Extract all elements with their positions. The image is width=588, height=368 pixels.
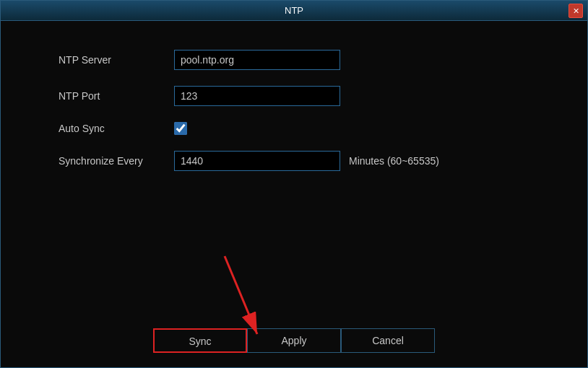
ntp-server-input[interactable] [174, 50, 340, 70]
ntp-dialog: NTP ✕ NTP Server NTP Port Auto Sync Sync… [0, 0, 588, 368]
ntp-server-label: NTP Server [59, 54, 174, 66]
auto-sync-label: Auto Sync [59, 123, 174, 134]
close-icon: ✕ [573, 6, 579, 16]
title-bar: NTP ✕ [1, 1, 587, 21]
sync-every-row: Synchronize Every Minutes (60~65535) [59, 151, 529, 171]
sync-button-wrapper: Sync [153, 328, 247, 353]
auto-sync-checkbox[interactable] [174, 122, 187, 135]
ntp-port-row: NTP Port [59, 86, 529, 106]
minutes-label: Minutes (60~65535) [349, 155, 439, 167]
dialog-content: NTP Server NTP Port Auto Sync Synchroniz… [1, 21, 587, 321]
auto-sync-checkbox-container [174, 122, 187, 135]
apply-button[interactable]: Apply [247, 328, 341, 353]
sync-every-label: Synchronize Every [59, 155, 174, 167]
sync-every-controls: Minutes (60~65535) [174, 151, 439, 171]
ntp-port-label: NTP Port [59, 90, 174, 102]
ntp-port-input[interactable] [174, 86, 340, 106]
cancel-button[interactable]: Cancel [341, 328, 435, 353]
close-button[interactable]: ✕ [568, 4, 583, 18]
sync-every-input[interactable] [174, 151, 340, 171]
auto-sync-row: Auto Sync [59, 122, 529, 135]
ntp-server-row: NTP Server [59, 50, 529, 70]
dialog-title: NTP [285, 5, 303, 16]
button-area: Sync Apply Cancel [1, 321, 587, 367]
sync-button[interactable]: Sync [153, 328, 247, 353]
